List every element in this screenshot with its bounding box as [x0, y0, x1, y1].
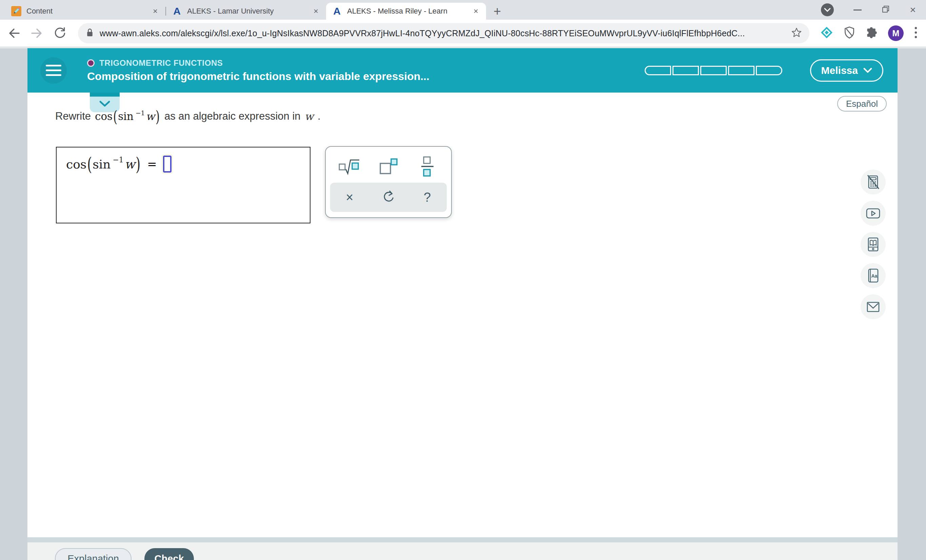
dictionary-icon: Aa [865, 268, 881, 283]
footer-bar: Explanation Check [27, 542, 897, 560]
restore-button[interactable] [881, 5, 890, 15]
shield-extension-icon[interactable] [843, 26, 855, 40]
menu-hamburger-icon[interactable] [40, 57, 67, 84]
chevron-down-icon [99, 100, 110, 107]
problem-variable: w [305, 110, 314, 123]
progress-segment [672, 66, 699, 75]
reload-icon[interactable] [53, 26, 67, 40]
espanol-button[interactable]: Español [837, 96, 887, 112]
problem-statement: Rewrite cos(sin−1w) as an algebraic expr… [55, 110, 321, 123]
ereader-icon [865, 237, 881, 252]
content-favicon-icon [11, 6, 22, 17]
progress-bar [645, 66, 782, 75]
undo-icon [381, 190, 396, 204]
close-tab-icon[interactable]: × [310, 6, 321, 17]
math-palette-popup: × ? [325, 146, 452, 218]
math-expression: cos(sin−1w) [95, 110, 160, 123]
equals-sign: = [147, 157, 157, 171]
close-tab-icon[interactable]: × [471, 6, 481, 17]
aleks-favicon-icon: A [331, 6, 342, 17]
tool-rail: Aa [861, 170, 886, 319]
back-icon[interactable] [7, 26, 21, 40]
new-tab-button[interactable]: + [489, 3, 505, 19]
palette-actions: × ? [330, 183, 447, 212]
exponent-template-button[interactable] [371, 153, 406, 181]
sqrt-template-button[interactable] [332, 153, 367, 181]
problem-period: . [318, 110, 321, 123]
bookmark-star-icon[interactable] [791, 27, 802, 39]
problem-area: Español Rewrite cos(sin−1w) as an algebr… [27, 92, 897, 537]
video-button[interactable] [861, 201, 886, 226]
user-name: Melissa [821, 65, 858, 76]
extensions-row: M [820, 26, 919, 41]
problem-prefix: Rewrite [55, 110, 91, 123]
browser-toolbar: www-awn.aleks.com/alekscgi/x/lsl.exe/1o_… [0, 20, 926, 47]
progress-segment [645, 66, 671, 75]
problem-suffix: as an algebraic expression in [164, 110, 301, 123]
tab-aleks-lamar[interactable]: A ALEKS - Lamar University × [166, 3, 326, 20]
url-text: www-awn.aleks.com/alekscgi/x/lsl.exe/1o_… [100, 29, 786, 38]
browser-tab-strip: Content × A ALEKS - Lamar University × A… [0, 0, 926, 20]
exponent-icon [379, 157, 398, 176]
tab-title: Content [26, 7, 150, 15]
message-envelope-icon [865, 299, 881, 315]
lesson-heading: TRIGONOMETRIC FUNCTIONS Composition of t… [87, 58, 430, 83]
footer-divider [27, 537, 897, 542]
page-background: TRIGONOMETRIC FUNCTIONS Composition of t… [0, 48, 926, 560]
extensions-puzzle-icon[interactable] [865, 26, 878, 40]
chevron-down-icon [863, 67, 872, 74]
undo-button[interactable] [371, 185, 406, 209]
teal-diamond-extension-icon[interactable] [820, 26, 833, 40]
video-icon [865, 206, 881, 221]
progress-segment [756, 66, 782, 75]
browser-menu-icon[interactable] [914, 26, 918, 40]
math-expression: cos(sin−1w) [66, 157, 141, 171]
url-bar[interactable]: www-awn.aleks.com/alekscgi/x/lsl.exe/1o_… [78, 23, 809, 43]
topic-dot-icon [87, 59, 95, 67]
tab-content[interactable]: Content × [5, 3, 165, 20]
screen: Content × A ALEKS - Lamar University × A… [0, 0, 926, 560]
progress-segment [700, 66, 727, 75]
lock-icon[interactable] [85, 27, 94, 39]
check-button[interactable]: Check [144, 548, 194, 560]
template-row [330, 151, 447, 183]
ereader-button[interactable] [861, 232, 886, 257]
calculator-disabled-button[interactable] [861, 170, 886, 195]
close-tab-icon[interactable]: × [150, 6, 161, 17]
user-menu-button[interactable]: Melissa [810, 59, 883, 82]
minimize-button[interactable] [853, 9, 862, 11]
nth-root-icon [339, 158, 360, 176]
clear-button[interactable]: × [332, 185, 367, 209]
math-answer-input[interactable] [163, 156, 171, 173]
answer-box: cos(sin−1w) = [56, 147, 310, 223]
topic-label: TRIGONOMETRIC FUNCTIONS [99, 58, 223, 68]
tab-title: ALEKS - Lamar University [187, 7, 310, 15]
explanation-button[interactable]: Explanation [55, 548, 132, 560]
svg-text:Aa: Aa [872, 273, 878, 278]
window-controls: × [821, 0, 926, 20]
close-window-button[interactable]: × [910, 5, 916, 15]
lesson-title: Composition of trigonometric functions w… [87, 70, 430, 83]
help-button[interactable]: ? [410, 185, 445, 209]
tab-search-icon[interactable] [821, 3, 834, 16]
forward-icon[interactable] [30, 26, 44, 40]
fraction-icon [420, 156, 435, 178]
progress-segment [728, 66, 755, 75]
tab-aleks-learn-active[interactable]: A ALEKS - Melissa Riley - Learn × [326, 3, 486, 20]
profile-avatar[interactable]: M [888, 26, 903, 41]
message-button[interactable] [861, 294, 886, 319]
calculator-disabled-icon [865, 174, 881, 190]
fraction-template-button[interactable] [410, 153, 445, 181]
dictionary-button[interactable]: Aa [861, 263, 886, 288]
aleks-favicon-icon: A [171, 6, 182, 17]
aleks-app: TRIGONOMETRIC FUNCTIONS Composition of t… [27, 48, 897, 560]
tab-title: ALEKS - Melissa Riley - Learn [347, 7, 471, 15]
aleks-header: TRIGONOMETRIC FUNCTIONS Composition of t… [27, 48, 897, 92]
